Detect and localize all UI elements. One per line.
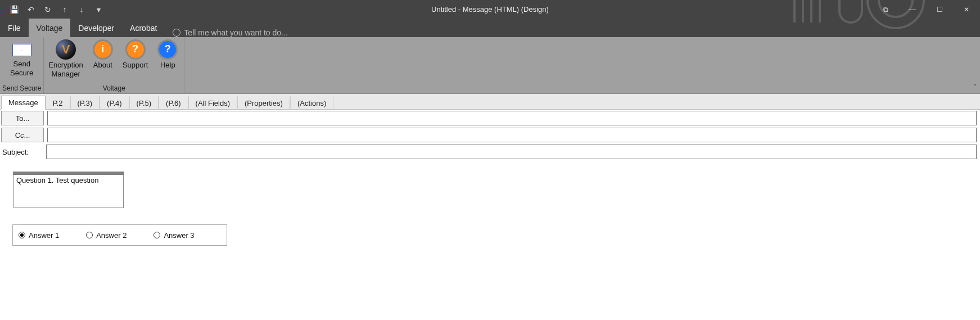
subject-input[interactable] <box>46 145 977 159</box>
message-header-fields: To... Cc... Subject: <box>0 110 980 160</box>
close-button[interactable]: ✕ <box>953 0 980 19</box>
radio-icon <box>19 232 25 238</box>
to-button[interactable]: To... <box>1 111 44 125</box>
save-icon[interactable]: 💾 <box>6 0 22 19</box>
radio-option-2[interactable]: Answer 2 <box>86 231 127 240</box>
encryption-manager-button[interactable]: V Encryption Manager <box>46 39 85 78</box>
ribbon-display-options-icon[interactable]: ⧉ <box>872 0 899 19</box>
help-icon: ? <box>157 39 178 60</box>
lightbulb-icon <box>173 29 180 37</box>
ribbon-tabs: File Voltage Developer Acrobat Tell me w… <box>0 19 980 37</box>
send-secure-button[interactable]: Send Secure <box>8 39 36 77</box>
cc-input[interactable] <box>47 128 977 142</box>
send-secure-label-1: Send <box>13 60 30 69</box>
radio-icon <box>86 232 93 238</box>
page-tab-actions[interactable]: (Actions) <box>290 96 333 110</box>
move-up-icon[interactable]: ↑ <box>56 0 73 19</box>
form-page-tabs: Message P.2 (P.3) (P.4) (P.5) (P.6) (All… <box>0 94 980 110</box>
ribbon: Send Secure Send Secure V Encryption Man… <box>0 37 980 94</box>
to-input[interactable] <box>47 111 977 125</box>
page-tab-all-fields[interactable]: (All Fields) <box>188 96 237 110</box>
help-button[interactable]: ? Help <box>153 39 182 70</box>
radio-option-1[interactable]: Answer 1 <box>19 231 59 240</box>
help-label: Help <box>160 61 175 70</box>
redo-icon[interactable]: ↻ <box>39 0 56 19</box>
radio-label-1: Answer 1 <box>29 231 59 240</box>
ribbon-group-send-secure: Send Secure Send Secure <box>0 37 44 93</box>
window-controls: ⧉ — ☐ ✕ <box>872 0 980 19</box>
envelope-icon <box>12 44 31 56</box>
move-down-icon[interactable]: ↓ <box>73 0 90 19</box>
info-icon: i <box>93 39 113 60</box>
page-tab-properties[interactable]: (Properties) <box>237 96 290 110</box>
page-tab-p5[interactable]: (P.5) <box>129 96 159 110</box>
encryption-manager-label-1: Encryption <box>48 61 83 70</box>
encryption-manager-label-2: Manager <box>51 70 80 79</box>
title-bar: 💾 ↶ ↻ ↑ ↓ ▾ Untitled - Message (HTML) (D… <box>0 0 980 19</box>
maximize-button[interactable]: ☐ <box>926 0 953 19</box>
window-title: Untitled - Message (HTML) (Design) <box>431 5 549 13</box>
send-secure-label-2: Secure <box>10 69 33 78</box>
support-label: Support <box>123 61 148 70</box>
support-button[interactable]: ? Support <box>120 39 151 70</box>
ribbon-group-label-voltage: Voltage <box>103 83 125 93</box>
collapse-ribbon-icon[interactable]: ˄ <box>973 83 977 91</box>
question-label-control[interactable]: Question 1. Test question <box>13 174 124 208</box>
tab-file[interactable]: File <box>0 19 29 37</box>
about-button[interactable]: i About <box>89 39 117 70</box>
about-label: About <box>93 61 112 70</box>
tab-acrobat[interactable]: Acrobat <box>122 19 165 37</box>
radio-label-3: Answer 3 <box>164 231 194 240</box>
minimize-button[interactable]: — <box>899 0 926 19</box>
form-design-surface[interactable]: Question 1. Test question Answer 1 Answe… <box>0 160 980 320</box>
question-text: Question 1. Test question <box>16 176 98 184</box>
answer-radio-group[interactable]: Answer 1 Answer 2 Answer 3 <box>12 224 227 246</box>
tab-developer[interactable]: Developer <box>70 19 122 37</box>
qat-more-icon[interactable]: ▾ <box>90 0 107 19</box>
page-tab-p2[interactable]: P.2 <box>46 96 70 110</box>
page-tab-message[interactable]: Message <box>1 96 46 110</box>
ribbon-group-voltage: V Encryption Manager i About ? Support ?… <box>44 37 184 93</box>
undo-icon[interactable]: ↶ <box>22 0 39 19</box>
ribbon-group-label-send-secure: Send Secure <box>2 83 41 93</box>
page-tab-p4[interactable]: (P.4) <box>100 96 129 110</box>
tab-voltage[interactable]: Voltage <box>29 19 71 37</box>
page-tab-p6[interactable]: (P.6) <box>159 96 188 110</box>
tell-me-placeholder: Tell me what you want to do... <box>184 28 287 37</box>
tell-me-search[interactable]: Tell me what you want to do... <box>165 28 287 37</box>
subject-label: Subject: <box>0 143 43 160</box>
cc-button[interactable]: Cc... <box>1 128 44 142</box>
radio-label-2: Answer 2 <box>96 231 127 240</box>
voltage-logo-icon: V <box>56 39 76 60</box>
quick-access-toolbar: 💾 ↶ ↻ ↑ ↓ ▾ <box>0 0 107 19</box>
radio-icon <box>153 232 160 238</box>
radio-option-3[interactable]: Answer 3 <box>153 231 194 240</box>
support-icon: ? <box>125 39 146 60</box>
page-tab-p3[interactable]: (P.3) <box>70 96 100 110</box>
